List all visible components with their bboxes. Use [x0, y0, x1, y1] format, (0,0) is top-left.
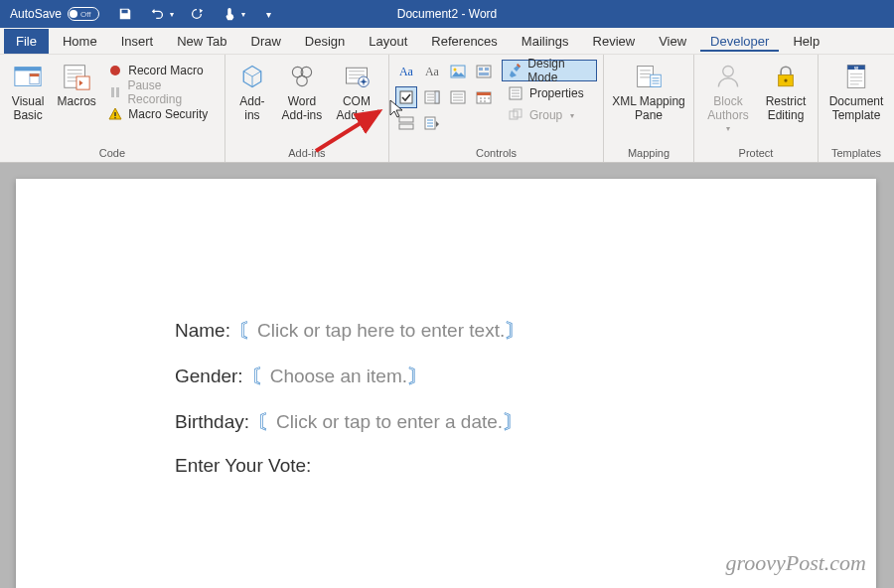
tab-view[interactable]: View	[649, 30, 696, 53]
gender-label: Gender:	[175, 366, 243, 387]
pause-recording-button: Pause Recording	[103, 82, 219, 102]
autosave-state: Off	[80, 10, 91, 19]
svg-rect-19	[477, 66, 491, 77]
group-addins: Add- ins Word Add-ins COM Add-ins Add-in…	[225, 55, 389, 162]
svg-point-18	[453, 69, 456, 72]
design-mode-icon	[508, 63, 522, 78]
redo-icon[interactable]	[187, 4, 207, 24]
group-code: Visual Basic Macros Record Macro Pau	[0, 55, 225, 162]
word-addins-button[interactable]: Word Add-ins	[277, 59, 327, 124]
tab-insert[interactable]: Insert	[111, 30, 164, 53]
svg-rect-22	[479, 73, 489, 75]
group-button: Group ▾	[502, 105, 597, 125]
block-authors-icon	[712, 61, 744, 92]
name-label: Name:	[175, 320, 230, 342]
birthday-content-control[interactable]: Click or tap to enter a date.	[257, 409, 522, 435]
svg-rect-10	[115, 117, 116, 118]
document-template-button[interactable]: W Document Template	[824, 59, 888, 124]
workspace: Name: Click or tap here to enter text. G…	[0, 163, 894, 588]
ribbon: Visual Basic Macros Record Macro Pau	[0, 55, 894, 163]
watermark: groovyPost.com	[725, 550, 866, 576]
group-protect: Block Authors ▾ Restrict Editing Protect	[694, 55, 819, 162]
svg-rect-1	[15, 68, 41, 72]
repeating-section-control-icon[interactable]	[395, 112, 417, 134]
undo-dropdown[interactable]: ▾	[170, 10, 174, 19]
tab-references[interactable]: References	[421, 30, 507, 53]
warning-icon	[107, 106, 123, 122]
name-content-control[interactable]: Click or tap here to enter text.	[238, 318, 523, 344]
touch-dropdown[interactable]: ▾	[241, 10, 245, 19]
macros-button[interactable]: Macros	[54, 59, 99, 110]
svg-rect-29	[399, 117, 413, 122]
autosave-toggle[interactable]: Off	[68, 7, 99, 21]
combobox-control-icon[interactable]	[421, 86, 443, 108]
vote-label: Enter Your Vote:	[175, 455, 311, 477]
tab-new-tab[interactable]: New Tab	[167, 30, 236, 53]
document-template-icon: W	[840, 61, 872, 92]
design-mode-button[interactable]: Design Mode	[502, 60, 597, 81]
svg-rect-20	[479, 68, 483, 71]
birthday-label: Birthday:	[175, 411, 249, 433]
tab-file[interactable]: File	[4, 29, 49, 54]
group-mapping: XML Mapping Pane Mapping	[604, 55, 694, 162]
quick-access-toolbar: ▾ ▾ ▾	[107, 4, 286, 24]
svg-point-6	[110, 66, 120, 75]
gender-content-control[interactable]: Choose an item.	[251, 364, 426, 389]
svg-rect-28	[477, 92, 491, 95]
save-icon[interactable]	[115, 4, 135, 24]
group-templates: W Document Template Templates	[819, 55, 894, 162]
tab-design[interactable]: Design	[295, 30, 355, 53]
addins-button[interactable]: Add- ins	[231, 59, 273, 124]
group-controls: Aa Aa	[389, 55, 604, 162]
qat-customize-icon[interactable]: ▾	[258, 4, 278, 24]
tab-home[interactable]: Home	[53, 30, 107, 53]
pause-icon	[107, 84, 122, 100]
svg-point-16	[362, 80, 366, 84]
properties-icon	[508, 85, 523, 101]
tab-layout[interactable]: Layout	[359, 30, 417, 53]
restrict-editing-button[interactable]: Restrict Editing	[760, 59, 812, 124]
tab-draw[interactable]: Draw	[241, 30, 291, 53]
legacy-tools-icon[interactable]	[421, 112, 443, 134]
tab-mailings[interactable]: Mailings	[512, 30, 579, 53]
word-addins-icon	[286, 61, 318, 92]
svg-rect-9	[115, 112, 116, 116]
record-macro-button[interactable]: Record Macro	[103, 61, 219, 80]
svg-point-38	[723, 67, 734, 77]
touch-mode-icon[interactable]	[220, 4, 239, 24]
xml-mapping-button[interactable]: XML Mapping Pane	[610, 59, 687, 124]
plain-text-control-icon[interactable]: Aa	[421, 61, 443, 82]
dropdown-control-icon[interactable]	[447, 86, 469, 108]
building-block-control-icon[interactable]	[473, 61, 495, 82]
group-icon	[508, 107, 523, 123]
undo-icon[interactable]	[148, 4, 168, 24]
macros-icon	[61, 61, 92, 92]
svg-rect-8	[116, 87, 119, 97]
tab-developer[interactable]: Developer	[700, 30, 779, 53]
xml-mapping-icon	[633, 61, 665, 92]
tab-review[interactable]: Review	[583, 30, 646, 53]
visual-basic-icon	[12, 61, 44, 92]
svg-point-40	[784, 78, 787, 81]
picture-control-icon[interactable]	[447, 61, 469, 82]
macro-security-button[interactable]: Macro Security	[103, 104, 219, 124]
svg-rect-30	[399, 124, 413, 129]
block-authors-button[interactable]: Block Authors ▾	[700, 59, 756, 135]
date-picker-control-icon[interactable]	[473, 86, 495, 108]
restrict-editing-icon	[770, 61, 802, 92]
autosave-label: AutoSave	[10, 7, 62, 21]
tab-help[interactable]: Help	[783, 30, 829, 53]
svg-rect-21	[485, 68, 489, 71]
visual-basic-button[interactable]: Visual Basic	[6, 59, 50, 124]
title-bar: AutoSave Off ▾ ▾ ▾	[0, 0, 894, 28]
svg-rect-25	[435, 91, 439, 103]
document-page[interactable]: Name: Click or tap here to enter text. G…	[16, 179, 876, 588]
com-addins-button[interactable]: COM Add-ins	[331, 59, 382, 124]
rich-text-control-icon[interactable]: Aa	[395, 61, 417, 82]
svg-rect-7	[111, 87, 114, 97]
properties-button[interactable]: Properties	[502, 83, 597, 103]
ribbon-tabs: File Home Insert New Tab Draw Design Lay…	[0, 28, 894, 55]
svg-rect-3	[30, 74, 39, 76]
checkbox-control-icon[interactable]	[395, 86, 417, 108]
com-addins-icon	[341, 61, 372, 92]
